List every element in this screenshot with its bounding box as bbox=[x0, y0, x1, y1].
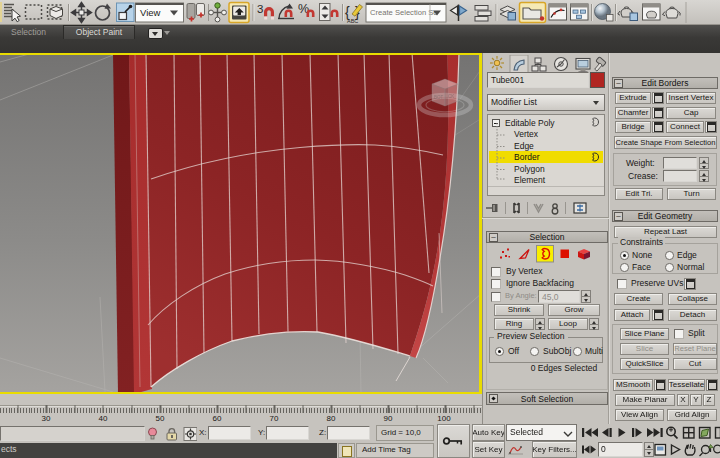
svg-text:CK: CK bbox=[448, 94, 454, 99]
svg-text:View: View bbox=[140, 7, 161, 18]
svg-text:BOT: BOT bbox=[434, 95, 444, 100]
svg-text:3: 3 bbox=[257, 3, 263, 15]
svg-text:ABC: ABC bbox=[347, 18, 358, 24]
svg-text:Create Selection Se: Create Selection Se bbox=[370, 8, 438, 17]
